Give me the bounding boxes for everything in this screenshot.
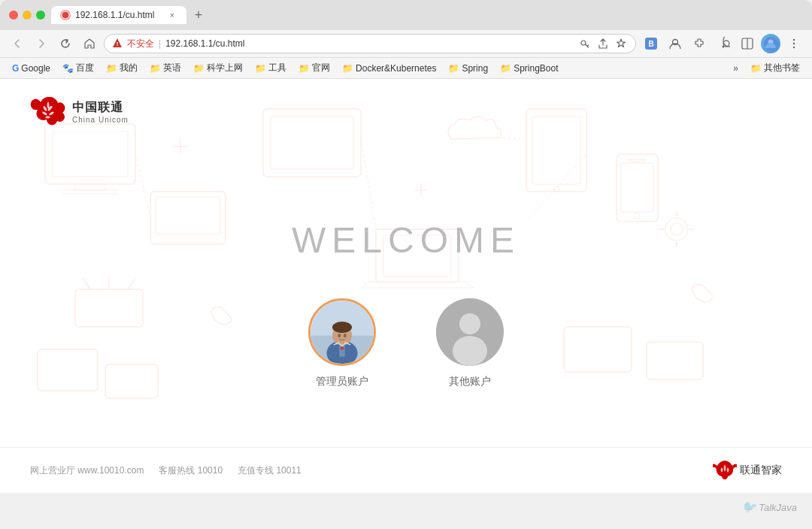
page-header: 中国联通 China Unicom <box>0 79 812 145</box>
back-button[interactable] <box>8 34 27 53</box>
admin-avatar <box>308 298 376 366</box>
bookmark-docker[interactable]: 📁 Docker&Kubernetes <box>338 62 441 75</box>
admin-label: 管理员账户 <box>316 375 368 388</box>
share-icon[interactable] <box>596 37 610 50</box>
svg-text:!: ! <box>117 41 119 47</box>
url-text: 192.168.1.1/cu.html <box>165 38 244 49</box>
bookmark-spring[interactable]: 📁 Spring <box>444 62 492 75</box>
menu-button[interactable] <box>783 33 804 54</box>
footer-brand: 联通智家 <box>713 458 782 482</box>
svg-text:B: B <box>648 40 653 48</box>
cast-icon[interactable] <box>713 33 734 54</box>
title-bar: 192.168.1.1/cu.html × + <box>0 0 812 30</box>
maximize-window-button[interactable] <box>36 11 45 20</box>
toolbar-icons: B <box>641 33 804 54</box>
page-footer: 网上营业厅 www.10010.com 客服热线 10010 充值专线 1001… <box>0 447 812 493</box>
admin-account[interactable]: 管理员账户 <box>308 298 376 388</box>
watermark-text: TalkJava <box>759 502 797 513</box>
user-profile-icon[interactable] <box>665 33 686 54</box>
footer-recharge: 充值专线 10011 <box>238 464 301 477</box>
new-tab-button[interactable]: + <box>189 6 208 24</box>
svg-point-10 <box>793 39 795 41</box>
bookmark-mine-label: 我的 <box>120 62 138 74</box>
other-avatar <box>436 298 504 366</box>
bookmark-springboot-label: SpringBoot <box>514 63 558 74</box>
footer-hotline: 客服热线 10010 <box>159 464 223 477</box>
bookmark-tools[interactable]: 📁 工具 <box>250 60 291 76</box>
svg-point-6 <box>723 46 725 48</box>
bookmark-docker-label: Docker&Kubernetes <box>356 63 436 74</box>
security-warning-icon: ! <box>112 38 123 50</box>
security-label: 不安全 <box>127 38 154 50</box>
footer-website: 网上营业厅 www.10010.com <box>30 464 144 477</box>
active-tab[interactable]: 192.168.1.1/cu.html × <box>51 6 186 24</box>
star-icon[interactable] <box>614 37 628 50</box>
tab-title: 192.168.1.1/cu.html <box>75 10 154 20</box>
liantong-brand-logo: 联通智家 <box>713 458 782 482</box>
bookmark-mine[interactable]: 📁 我的 <box>102 60 142 76</box>
other-label: 其他账户 <box>449 375 491 388</box>
svg-point-12 <box>793 47 795 48</box>
folder-icon: 📁 <box>448 63 459 74</box>
liantong-brand-text: 联通智家 <box>740 464 782 477</box>
extension-icon[interactable] <box>689 33 710 54</box>
watermark-icon: 🐦 <box>741 500 756 513</box>
bookmark-baidu[interactable]: 🐾 百度 <box>58 60 98 76</box>
traffic-lights <box>9 11 45 20</box>
folder-icon: 📁 <box>298 63 310 74</box>
browser-window: 192.168.1.1/cu.html × + ! 不安全 | 192.168.… <box>0 0 812 79</box>
welcome-section: WELCOME <box>0 145 812 447</box>
folder-icon: 📁 <box>255 63 266 74</box>
bookmark-vpn[interactable]: 📁 科学上网 <box>189 60 247 76</box>
minimize-window-button[interactable] <box>23 11 32 20</box>
folder-icon: 📁 <box>500 63 511 74</box>
svg-point-59 <box>338 334 341 337</box>
logo-text: 中国联通 China Unicom <box>72 100 129 124</box>
bookmark-other[interactable]: 📁 其他书签 <box>746 60 804 76</box>
user-avatar-icon[interactable] <box>761 34 780 53</box>
bookmark-spring-label: Spring <box>462 63 488 74</box>
watermark: 🐦 TalkJava <box>741 500 797 514</box>
welcome-text: WELCOME <box>292 219 520 261</box>
bookmark-google[interactable]: G Google <box>8 62 55 75</box>
svg-point-63 <box>453 336 487 366</box>
nav-bar: ! 不安全 | 192.168.1.1/cu.html <box>0 30 812 58</box>
bookmarks-bar: G Google 🐾 百度 📁 我的 📁 英语 📁 科学上网 📁 工具 📁 官网 <box>0 58 812 79</box>
address-bar[interactable]: ! 不安全 | 192.168.1.1/cu.html <box>104 34 636 53</box>
svg-point-58 <box>332 322 352 333</box>
bookmark-vpn-label: 科学上网 <box>207 62 243 74</box>
key-icon[interactable] <box>578 37 592 50</box>
close-window-button[interactable] <box>9 11 18 20</box>
svg-point-60 <box>344 334 347 337</box>
refresh-button[interactable] <box>56 34 75 53</box>
tab-bar: 192.168.1.1/cu.html × + <box>51 6 803 24</box>
address-separator: | <box>159 38 161 49</box>
tab-close-button[interactable]: × <box>167 10 177 20</box>
bookmark-official[interactable]: 📁 官网 <box>294 60 335 76</box>
unicom-knot-logo <box>30 94 66 130</box>
bookmarks-more-button[interactable]: » <box>729 62 743 75</box>
bookmark-other-label: 其他书签 <box>764 62 800 74</box>
baidu-icon: 🐾 <box>62 63 74 74</box>
more-icon: » <box>733 63 738 74</box>
logo-area: 中国联通 China Unicom <box>30 94 782 130</box>
profile-icon[interactable]: B <box>641 33 662 54</box>
address-action-icons <box>578 37 628 50</box>
page-body: 中国联通 China Unicom WELCOME <box>0 79 812 447</box>
other-account[interactable]: 其他账户 <box>436 298 504 388</box>
split-screen-icon[interactable] <box>737 33 758 54</box>
bookmark-english[interactable]: 📁 英语 <box>145 60 186 76</box>
svg-point-0 <box>62 11 69 19</box>
bookmark-springboot[interactable]: 📁 SpringBoot <box>495 62 562 75</box>
svg-point-62 <box>459 313 480 334</box>
folder-icon: 📁 <box>342 63 353 74</box>
folder-icon: 📁 <box>106 63 117 74</box>
bookmark-baidu-label: 百度 <box>76 62 94 74</box>
home-button[interactable] <box>80 34 99 53</box>
forward-button[interactable] <box>32 34 51 53</box>
logo-chinese: 中国联通 <box>72 100 129 116</box>
bookmark-tools-label: 工具 <box>268 62 286 74</box>
bookmark-english-label: 英语 <box>163 62 181 74</box>
tab-favicon-icon <box>60 10 71 20</box>
accounts-row: 管理员账户 其他账户 <box>308 298 504 388</box>
